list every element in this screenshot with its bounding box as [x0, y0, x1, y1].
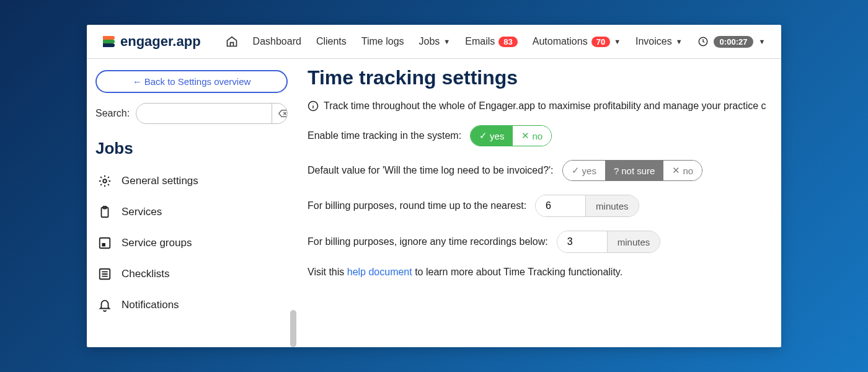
- check-icon: ✓: [572, 165, 580, 176]
- nav-dashboard[interactable]: Dashboard: [253, 36, 301, 47]
- x-icon: ✕: [672, 165, 680, 176]
- ignore-input-wrap: minutes: [557, 231, 661, 253]
- sidebar-item-notifications[interactable]: Notifications: [95, 290, 288, 321]
- top-nav: Dashboard Clients Time logs Jobs ▼ Email…: [226, 35, 768, 48]
- info-icon: [308, 100, 319, 112]
- sidebar-item-label: Services: [122, 206, 162, 218]
- round-row: For billing purposes, round time up to t…: [308, 195, 781, 217]
- arrow-left-icon: ←: [133, 76, 142, 87]
- ignore-input[interactable]: [557, 231, 607, 252]
- round-input-wrap: minutes: [535, 195, 639, 217]
- clipboard-icon: [98, 205, 112, 219]
- body: ← Back to Settings overview Search: Jobs: [87, 59, 781, 347]
- round-label: For billing purposes, round time up to t…: [308, 200, 526, 211]
- help-link[interactable]: help document: [347, 267, 412, 277]
- minutes-unit: minutes: [585, 195, 639, 216]
- sidebar-item-general-settings[interactable]: General settings: [95, 166, 288, 197]
- nav-jobs[interactable]: Jobs ▼: [419, 36, 451, 47]
- round-input[interactable]: [536, 195, 585, 216]
- help-prefix: Visit this: [308, 267, 347, 277]
- toggle-no-label: no: [532, 131, 542, 141]
- tri-notsure-label: not sure: [621, 166, 655, 176]
- nav-jobs-label: Jobs: [419, 36, 440, 47]
- nav-timelogs[interactable]: Time logs: [361, 36, 404, 47]
- default-label: Default value for 'Will the time log nee…: [308, 165, 554, 176]
- settings-sidebar: ← Back to Settings overview Search: Jobs: [87, 59, 296, 347]
- back-to-settings-button[interactable]: ← Back to Settings overview: [95, 70, 288, 93]
- clear-search-button[interactable]: [272, 104, 288, 123]
- tri-no-label: no: [683, 166, 693, 176]
- sidebar-item-label: Checklists: [122, 268, 169, 280]
- nav-invoices-label: Invoices: [636, 36, 672, 47]
- nav-automations[interactable]: Automations 70 ▼: [533, 36, 621, 47]
- tri-notsure-button[interactable]: ? not sure: [605, 161, 664, 180]
- check-icon: ✓: [479, 130, 487, 141]
- caret-icon: ▼: [443, 38, 450, 45]
- enable-row: Enable time tracking in the system: ✓ ye…: [308, 125, 781, 146]
- question-icon: ?: [614, 166, 619, 176]
- automations-badge: 70: [591, 37, 610, 47]
- gear-icon: [98, 174, 112, 188]
- search-label: Search:: [95, 108, 130, 119]
- brand: engager.app: [100, 33, 201, 50]
- search-row: Search:: [95, 103, 288, 124]
- caret-icon: ▼: [676, 38, 683, 45]
- intro-text: Track time throughout the whole of Engag…: [324, 100, 766, 112]
- main-content: Time tracking settings Track time throug…: [296, 59, 781, 347]
- sidebar-item-label: Notifications: [122, 299, 179, 311]
- toggle-no-button[interactable]: ✕ no: [513, 126, 551, 146]
- tri-yes-button[interactable]: ✓ yes: [563, 161, 605, 180]
- nav-emails-label: Emails: [465, 36, 495, 47]
- app-window: engager.app Dashboard Clients Time logs …: [87, 25, 781, 347]
- group-icon: [98, 236, 112, 250]
- enable-toggle: ✓ yes ✕ no: [470, 125, 552, 146]
- svg-rect-5: [102, 243, 105, 247]
- intro-row: Track time throughout the whole of Engag…: [308, 100, 781, 112]
- x-icon: ✕: [521, 130, 529, 141]
- tri-yes-label: yes: [582, 166, 596, 176]
- brand-logo-icon: [100, 34, 115, 49]
- backspace-icon: [278, 109, 288, 118]
- sidebar-item-service-groups[interactable]: Service groups: [95, 228, 288, 259]
- emails-badge: 83: [498, 37, 517, 47]
- help-row: Visit this help document to learn more a…: [308, 267, 781, 278]
- timer-value: 0:00:27: [714, 36, 754, 48]
- nav-home[interactable]: [226, 35, 238, 48]
- scrollbar[interactable]: [290, 310, 296, 347]
- svg-point-1: [103, 179, 107, 183]
- search-field-wrap: [136, 103, 288, 124]
- ignore-label: For billing purposes, ignore any time re…: [308, 236, 548, 247]
- clock-icon: [698, 36, 709, 47]
- nav-invoices[interactable]: Invoices ▼: [636, 36, 683, 47]
- search-input[interactable]: [136, 108, 272, 119]
- timer-widget[interactable]: 0:00:27 ▼: [698, 36, 766, 48]
- sidebar-item-label: General settings: [122, 175, 198, 187]
- default-row: Default value for 'Will the time log nee…: [308, 160, 781, 181]
- toggle-yes-label: yes: [490, 131, 504, 141]
- caret-icon: ▼: [614, 38, 621, 45]
- sidebar-group-title: Jobs: [95, 139, 288, 158]
- toggle-yes-button[interactable]: ✓ yes: [471, 126, 513, 146]
- ignore-row: For billing purposes, ignore any time re…: [308, 231, 781, 253]
- brand-name: engager.app: [120, 33, 201, 50]
- page-title: Time tracking settings: [308, 66, 781, 89]
- default-tri-select: ✓ yes ? not sure ✕ no: [562, 160, 703, 181]
- sidebar-item-label: Service groups: [122, 237, 192, 249]
- caret-icon: ▼: [758, 38, 765, 45]
- nav-emails[interactable]: Emails 83: [465, 36, 517, 47]
- nav-automations-label: Automations: [533, 36, 588, 47]
- tri-no-button[interactable]: ✕ no: [663, 161, 702, 180]
- nav-clients[interactable]: Clients: [316, 36, 347, 47]
- bell-icon: [98, 298, 112, 312]
- help-suffix: to learn more about Time Tracking functi…: [412, 267, 622, 277]
- back-label: Back to Settings overview: [144, 76, 251, 87]
- home-icon: [226, 35, 238, 48]
- checklist-icon: [98, 267, 112, 281]
- sidebar-item-checklists[interactable]: Checklists: [95, 259, 288, 290]
- enable-label: Enable time tracking in the system:: [308, 130, 461, 141]
- sidebar-item-services[interactable]: Services: [95, 197, 288, 228]
- topbar: engager.app Dashboard Clients Time logs …: [87, 25, 781, 59]
- minutes-unit: minutes: [607, 231, 660, 252]
